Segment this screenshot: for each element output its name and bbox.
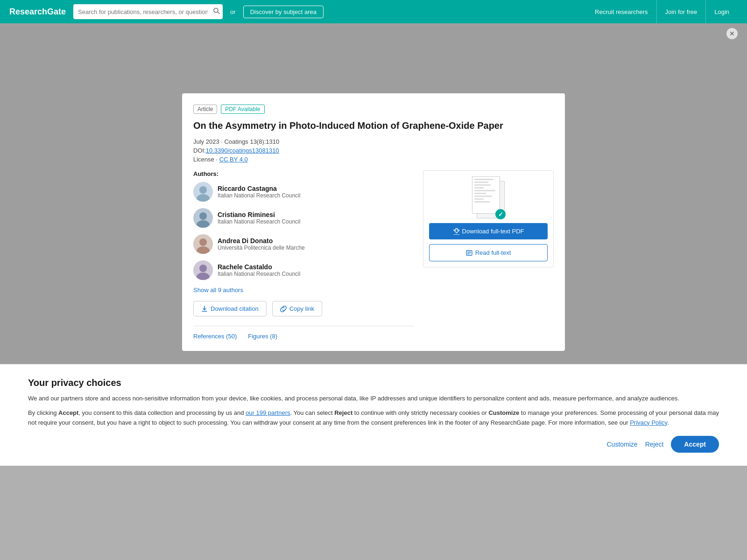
author-name: Andrea Di Donato: [218, 237, 305, 245]
author-institution: Italian National Research Council: [218, 271, 300, 277]
badge-pdf: PDF Available: [221, 105, 264, 114]
close-ad-icon: ✕: [729, 30, 735, 37]
author-info-didonato: Andrea Di Donato Università Politecnica …: [218, 237, 305, 251]
author-row: Riccardo Castagna Italian National Resea…: [193, 182, 414, 202]
date-journal: July 2023 · Coatings 13(8):1310: [193, 138, 554, 145]
reject-button[interactable]: Reject: [645, 441, 664, 448]
svg-point-6: [199, 212, 207, 220]
svg-point-9: [199, 238, 207, 246]
badges-row: Article PDF Available: [193, 105, 554, 114]
read-fulltext-label: Read full-text: [475, 249, 511, 256]
author-name: Riccardo Castagna: [218, 185, 300, 192]
close-ad-button[interactable]: ✕: [726, 28, 738, 39]
avatar-castaldo: [193, 260, 213, 280]
author-institution: Italian National Research Council: [218, 218, 300, 225]
figures-tab[interactable]: Figures (8): [248, 333, 277, 340]
references-tab[interactable]: References (50): [193, 333, 237, 340]
article-title: On the Asymmetry in Photo-Induced Motion…: [193, 119, 554, 132]
pdf-check-icon: ✓: [495, 209, 506, 219]
svg-point-12: [199, 265, 207, 272]
customize-button[interactable]: Customize: [606, 441, 637, 448]
copy-link-button[interactable]: Copy link: [272, 301, 322, 316]
authors-label: Authors:: [193, 170, 414, 177]
download-pdf-label: Download full-text PDF: [462, 228, 524, 235]
doi-link[interactable]: 10.3390/coatings13081310: [206, 147, 279, 154]
author-row: Rachele Castaldo Italian National Resear…: [193, 260, 414, 280]
avatar-riminesi: [193, 208, 213, 228]
doi-label: DOI:: [193, 147, 206, 154]
pdf-page-front: [472, 176, 500, 214]
read-fulltext-button[interactable]: Read full-text: [429, 244, 548, 261]
header: ResearchGate or Discover by subject area…: [0, 0, 747, 23]
action-buttons: Download citation Copy link: [193, 301, 414, 316]
license-link[interactable]: CC BY 4.0: [219, 156, 248, 163]
author-info-castagna: Riccardo Castagna Italian National Resea…: [218, 185, 300, 199]
svg-line-1: [218, 12, 219, 14]
svg-point-3: [199, 186, 207, 194]
logo: ResearchGate: [9, 7, 66, 17]
privacy-title: Your privacy choices: [28, 378, 719, 388]
privacy-by-clicking: By clicking: [28, 409, 58, 416]
nav-join[interactable]: Join for free: [657, 0, 706, 23]
main-content: Article PDF Available On the Asymmetry i…: [0, 84, 747, 364]
avatar-castagna: [193, 182, 213, 202]
article-card: Article PDF Available On the Asymmetry i…: [182, 93, 565, 351]
pdf-preview: ✓: [472, 176, 505, 218]
divider: [193, 326, 414, 326]
header-nav: Recruit researchers Join for free Login: [586, 0, 738, 23]
privacy-post2: to continue with only strictly necessary…: [352, 409, 488, 416]
privacy-accept-bold: Accept: [58, 409, 78, 416]
author-info-castaldo: Rachele Castaldo Italian National Resear…: [218, 263, 300, 277]
privacy-paragraph1: We and our partners store and access non…: [28, 394, 719, 404]
privacy-partners-link[interactable]: our 199 partners: [246, 409, 290, 416]
download-citation-label: Download citation: [211, 305, 259, 312]
nav-recruit[interactable]: Recruit researchers: [586, 0, 656, 23]
privacy-reject-bold: Reject: [334, 409, 352, 416]
badge-article: Article: [193, 105, 217, 114]
privacy-actions: Customize Reject Accept: [28, 436, 719, 453]
article-left: Authors: Riccardo Castagna Italian Natio…: [193, 170, 414, 340]
author-name: Rachele Castaldo: [218, 263, 300, 271]
discover-button[interactable]: Discover by subject area: [243, 6, 324, 18]
pdf-panel: ✓ Download full-text PDF Read full-text: [423, 170, 554, 267]
show-all-authors-link[interactable]: Show all 9 authors: [193, 287, 414, 294]
nav-login[interactable]: Login: [706, 0, 738, 23]
privacy-paragraph2: By clicking Accept, you consent to this …: [28, 408, 719, 428]
search-area: [73, 4, 223, 19]
privacy-end: .: [667, 419, 669, 426]
privacy-mid: , you consent to this data collection an…: [78, 409, 246, 416]
author-institution: Italian National Research Council: [218, 192, 300, 199]
or-text: or: [230, 8, 236, 15]
license-label: License ·: [193, 156, 219, 163]
author-info-riminesi: Cristiano Riminesi Italian National Rese…: [218, 211, 300, 225]
license-line: License · CC BY 4.0: [193, 156, 554, 163]
author-row: Cristiano Riminesi Italian National Rese…: [193, 208, 414, 228]
download-pdf-button[interactable]: Download full-text PDF: [429, 223, 548, 239]
search-wrap: [73, 4, 223, 19]
pdf-download-icon: [453, 228, 459, 235]
avatar-didonato: [193, 234, 213, 254]
privacy-banner: Your privacy choices We and our partners…: [0, 364, 747, 466]
download-citation-button[interactable]: Download citation: [193, 301, 267, 316]
tab-links: References (50) Figures (8): [193, 333, 414, 340]
privacy-policy-link[interactable]: Privacy Policy: [630, 419, 667, 426]
read-icon: [466, 250, 472, 256]
search-input[interactable]: [73, 4, 223, 19]
download-icon: [201, 306, 208, 312]
author-name: Cristiano Riminesi: [218, 211, 300, 218]
privacy-customize-bold: Customize: [488, 409, 519, 416]
article-body: Authors: Riccardo Castagna Italian Natio…: [193, 170, 554, 340]
privacy-post: . You can select: [290, 409, 335, 416]
link-icon: [280, 306, 287, 312]
author-row: Andrea Di Donato Università Politecnica …: [193, 234, 414, 254]
copy-link-label: Copy link: [289, 305, 314, 312]
doi-line: DOI:10.3390/coatings13081310: [193, 147, 554, 154]
ad-banner: ✕: [0, 23, 747, 84]
author-institution: Università Politecnica delle Marche: [218, 245, 305, 251]
accept-button[interactable]: Accept: [671, 436, 719, 453]
search-icon-btn[interactable]: [213, 8, 220, 16]
